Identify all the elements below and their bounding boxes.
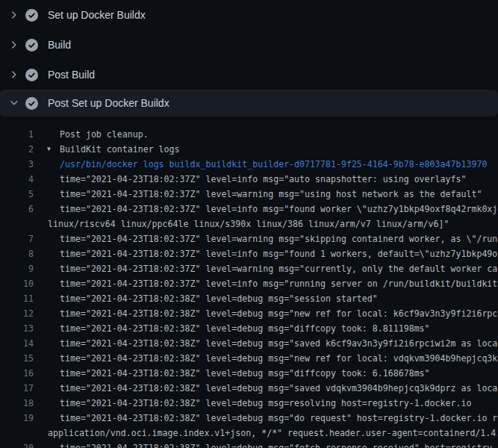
step-header-post-build[interactable]: Post Build <box>0 60 498 90</box>
step-list: Set up Docker BuildxBuildPost BuildPost … <box>0 0 498 116</box>
log-content: 1Post job cleanup.2▼BuildKit container l… <box>0 116 498 448</box>
log-line: 9time="2021-04-23T18:02:37Z" level=warni… <box>0 261 498 276</box>
log-text: linux/riscv64 linux/ppc64le linux/s390x … <box>48 219 449 229</box>
step-title: Post Set up Docker Buildx <box>48 97 169 109</box>
line-number[interactable]: 1 <box>0 127 34 142</box>
log-line: 2▼BuildKit container logs <box>0 142 498 157</box>
log-line-continuation: application/vnd.oci.image.index.v1+json,… <box>0 426 498 441</box>
log-line: 7time="2021-04-23T18:02:37Z" level=warni… <box>0 231 498 246</box>
log-line: 18time="2021-04-23T18:02:38Z" level=debu… <box>0 396 498 411</box>
log-text: time="2021-04-23T18:02:37Z" level=warnin… <box>60 189 482 199</box>
step-header-set-up-docker-buildx[interactable]: Set up Docker Buildx <box>0 0 498 30</box>
log-line: 5time="2021-04-23T18:02:37Z" level=warni… <box>0 187 498 202</box>
actions-log-viewer: { "colors": { "background": "#0b0e13", "… <box>0 0 498 448</box>
line-number[interactable]: 15 <box>0 351 34 366</box>
log-text: time="2021-04-23T18:02:38Z" level=debug … <box>60 338 498 349</box>
log-text: BuildKit container logs <box>60 144 180 155</box>
line-number[interactable]: 20 <box>0 441 34 448</box>
log-text: time="2021-04-23T18:02:38Z" level=debug … <box>60 293 378 304</box>
step-title: Set up Docker Buildx <box>48 9 146 21</box>
log-text: time="2021-04-23T18:02:38Z" level=debug … <box>60 323 430 334</box>
log-text: time="2021-04-23T18:02:38Z" level=debug … <box>60 368 430 379</box>
line-number[interactable]: 6 <box>0 202 34 217</box>
log-line: 6time="2021-04-23T18:02:37Z" level=info … <box>0 202 498 217</box>
log-line: 13time="2021-04-23T18:02:38Z" level=debu… <box>0 321 498 336</box>
line-number[interactable]: 10 <box>0 276 34 291</box>
step-header-build[interactable]: Build <box>0 30 498 60</box>
line-number[interactable]: 18 <box>0 396 34 411</box>
check-circle-icon <box>19 39 38 52</box>
chevron-right-icon <box>9 40 19 50</box>
line-number[interactable]: 19 <box>0 411 34 426</box>
command-text: /usr/bin/docker logs buildx_buildkit_bui… <box>60 159 487 169</box>
line-number[interactable]: 16 <box>0 366 34 381</box>
check-circle-icon <box>19 9 38 22</box>
log-line: 14time="2021-04-23T18:02:38Z" level=debu… <box>0 336 498 351</box>
log-text: time="2021-04-23T18:02:38Z" level=debug … <box>60 353 498 364</box>
line-number[interactable]: 3 <box>0 157 34 172</box>
line-number[interactable]: 5 <box>0 187 34 202</box>
log-line-continuation: linux/riscv64 linux/ppc64le linux/s390x … <box>0 217 498 231</box>
log-line: 20time="2021-04-23T18:02:38Z" level=debu… <box>0 441 498 448</box>
log-text: time="2021-04-23T18:02:38Z" level=debug … <box>60 398 471 408</box>
log-text: application/vnd.oci.image.index.v1+json,… <box>48 428 498 438</box>
step-title: Post Build <box>48 69 95 81</box>
log-text: time="2021-04-23T18:02:38Z" level=debug … <box>60 308 498 319</box>
log-text: time="2021-04-23T18:02:37Z" level=warnin… <box>60 234 498 244</box>
log-text: time="2021-04-23T18:02:38Z" level=debug … <box>60 383 498 393</box>
log-line: 12time="2021-04-23T18:02:38Z" level=debu… <box>0 306 498 321</box>
log-line: 1Post job cleanup. <box>0 127 498 142</box>
log-line: 10time="2021-04-23T18:02:37Z" level=info… <box>0 276 498 291</box>
line-number[interactable]: 4 <box>0 172 34 187</box>
log-line: 16time="2021-04-23T18:02:38Z" level=debu… <box>0 366 498 381</box>
log-text: time="2021-04-23T18:02:37Z" level=info m… <box>60 204 498 214</box>
check-circle-icon <box>19 97 38 110</box>
line-number[interactable]: 9 <box>0 261 34 276</box>
log-line: 4time="2021-04-23T18:02:37Z" level=info … <box>0 172 498 187</box>
line-number[interactable]: 7 <box>0 231 34 246</box>
step-title: Build <box>48 39 71 51</box>
line-number[interactable]: 2 <box>0 142 34 157</box>
log-line: 8time="2021-04-23T18:02:37Z" level=info … <box>0 246 498 261</box>
log-line: 15time="2021-04-23T18:02:38Z" level=debu… <box>0 351 498 366</box>
log-line: 19time="2021-04-23T18:02:38Z" level=debu… <box>0 411 498 426</box>
check-circle-icon <box>19 69 38 81</box>
log-text: time="2021-04-23T18:02:37Z" level=warnin… <box>60 264 498 274</box>
log-text: time="2021-04-23T18:02:37Z" level=info m… <box>60 174 466 184</box>
chevron-right-icon <box>9 69 19 80</box>
chevron-right-icon <box>9 10 19 20</box>
log-text: time="2021-04-23T18:02:38Z" level=debug … <box>60 443 498 448</box>
line-number[interactable]: 11 <box>0 291 34 306</box>
line-number[interactable]: 17 <box>0 381 34 396</box>
step-header-post-set-up-docker-buildx[interactable]: Post Set up Docker Buildx <box>0 90 498 116</box>
log-line: 17time="2021-04-23T18:02:38Z" level=debu… <box>0 381 498 396</box>
log-text: Post job cleanup. <box>60 129 149 140</box>
log-line: 11time="2021-04-23T18:02:38Z" level=debu… <box>0 291 498 306</box>
log-text: time="2021-04-23T18:02:37Z" level=info m… <box>60 249 498 259</box>
log-text: time="2021-04-23T18:02:38Z" level=debug … <box>60 413 498 423</box>
line-number[interactable]: 13 <box>0 321 34 336</box>
line-number[interactable]: 8 <box>0 246 34 261</box>
line-number[interactable]: 14 <box>0 336 34 351</box>
line-number[interactable]: 12 <box>0 306 34 321</box>
triangle-down-icon[interactable]: ▼ <box>47 142 51 157</box>
log-line: 3/usr/bin/docker logs buildx_buildkit_bu… <box>0 157 498 172</box>
chevron-down-icon <box>9 98 19 108</box>
log-text: time="2021-04-23T18:02:37Z" level=info m… <box>60 279 498 289</box>
